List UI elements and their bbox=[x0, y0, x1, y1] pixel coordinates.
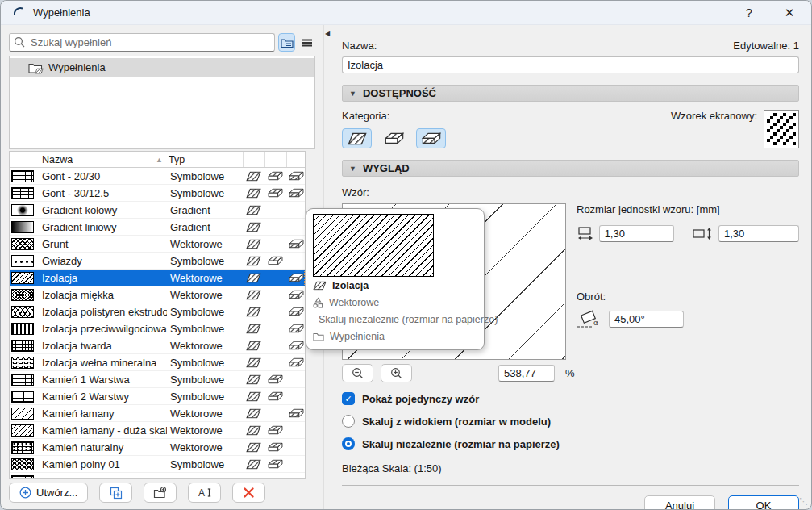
table-row[interactable]: Kamień 1 WarstwaSymbolowe bbox=[10, 371, 305, 388]
search-input[interactable] bbox=[9, 33, 275, 52]
table-row[interactable]: Izolacja twardaWektorowe bbox=[10, 337, 305, 354]
unit-width-input[interactable] bbox=[599, 225, 674, 242]
draft-availability-cell bbox=[243, 171, 264, 182]
category-draft-toggle[interactable] bbox=[342, 128, 372, 148]
cut-fill-icon bbox=[289, 273, 304, 283]
cut-fill-icon bbox=[422, 132, 441, 145]
table-row[interactable]: Izolacja miękkaWektorowe bbox=[10, 286, 305, 303]
col-cut-header[interactable] bbox=[286, 152, 306, 167]
table-row[interactable]: GwiazdySymbolowe bbox=[10, 253, 305, 270]
cover-fill-icon bbox=[268, 459, 283, 470]
collapse-panel-arrow-icon[interactable]: ◀ bbox=[325, 30, 330, 37]
tree-view-toggle[interactable] bbox=[278, 33, 295, 52]
create-button[interactable]: Utwórz... bbox=[9, 483, 88, 503]
draft-availability-cell bbox=[243, 391, 264, 402]
zoom-percent-input[interactable] bbox=[498, 365, 555, 382]
appearance-section-header[interactable]: ▼ WYGLĄD bbox=[342, 160, 799, 177]
close-button[interactable]: ✕ bbox=[779, 6, 800, 20]
fill-type-cell: Symbolowe bbox=[167, 255, 243, 267]
table-row[interactable]: Kamień łamany - duża skalaWektorowe bbox=[10, 422, 305, 439]
rotation-input[interactable] bbox=[609, 311, 684, 328]
table-row[interactable]: Gont - 30/12.5Symbolowe bbox=[10, 185, 305, 202]
zoom-out-button[interactable] bbox=[342, 364, 373, 382]
draft-fill-icon bbox=[246, 374, 261, 385]
fill-name-cell: Gradient kołowy bbox=[40, 204, 167, 216]
cover-availability-cell bbox=[264, 188, 286, 199]
fill-name-cell: Kamień polny 01 bbox=[40, 458, 167, 470]
table-row[interactable]: Kamień naturalnyWektorowe bbox=[10, 439, 305, 456]
col-cover-header[interactable] bbox=[264, 152, 286, 167]
table-row[interactable]: IzolacjaWektorowe bbox=[10, 270, 305, 286]
help-button[interactable]: ? bbox=[740, 6, 758, 19]
draft-fill-icon bbox=[246, 290, 261, 300]
col-draft-header[interactable] bbox=[243, 152, 264, 167]
scale-with-view-radio[interactable] bbox=[342, 415, 355, 428]
category-cut-toggle[interactable] bbox=[416, 128, 446, 148]
resize-grip[interactable]: ⋱ bbox=[799, 496, 808, 507]
draft-fill-icon bbox=[246, 442, 261, 453]
new-folder-button[interactable] bbox=[144, 483, 177, 503]
col-name-header[interactable]: Nazwa ▲ bbox=[40, 152, 167, 167]
fill-thumbnail bbox=[10, 204, 40, 216]
fill-thumbnail bbox=[10, 187, 40, 199]
ok-button[interactable]: OK bbox=[728, 495, 799, 510]
table-row[interactable]: Kamień 2 WarstwySymbolowe bbox=[10, 388, 305, 405]
fill-info-tooltip: Izolacja Wektorowe Skaluj niezależnie (r… bbox=[306, 208, 485, 350]
show-single-pattern-label: Pokaż pojedynczy wzór bbox=[362, 393, 479, 405]
fill-name-cell: Gradient liniowy bbox=[40, 221, 167, 233]
draft-fill-icon bbox=[246, 239, 261, 249]
list-view-toggle[interactable] bbox=[298, 33, 315, 52]
table-row[interactable] bbox=[10, 473, 305, 479]
folder-tree: Wypełnienia bbox=[9, 56, 315, 149]
fill-thumbnail bbox=[10, 441, 40, 454]
col-type-header[interactable]: Typ bbox=[167, 152, 243, 167]
table-row[interactable]: Gont - 20/30Symbolowe bbox=[10, 168, 305, 185]
availability-section-header[interactable]: ▼ DOSTĘPNOŚĆ bbox=[342, 85, 799, 102]
table-row[interactable]: Kamień łamanyWektorowe bbox=[10, 405, 305, 422]
cut-availability-cell bbox=[286, 273, 306, 283]
draft-availability-cell bbox=[243, 357, 264, 368]
table-row[interactable]: Izolacja polistyren ekstrudow...Symbolow… bbox=[10, 303, 305, 320]
scale-independent-radio[interactable] bbox=[342, 437, 355, 450]
table-row[interactable]: Izolacja wełna mineralnaSymbolowe bbox=[10, 354, 305, 371]
name-label: Nazwa: bbox=[342, 40, 377, 52]
fill-thumbnail bbox=[10, 289, 40, 301]
draft-fill-icon bbox=[313, 281, 327, 291]
title-bar: Wypełnienia ? ✕ bbox=[1, 1, 811, 25]
col-preview-header[interactable] bbox=[10, 152, 40, 167]
table-row[interactable]: Kamień polny 01Symbolowe bbox=[10, 456, 305, 473]
draft-fill-icon bbox=[246, 425, 261, 436]
fill-type-cell: Wektorowe bbox=[167, 441, 243, 454]
fill-name-cell: Gont - 20/30 bbox=[40, 170, 167, 182]
show-single-pattern-checkbox[interactable]: ✓ bbox=[342, 392, 355, 405]
fill-thumbnail bbox=[10, 408, 40, 420]
zoom-in-button[interactable] bbox=[381, 364, 412, 382]
draft-fill-icon bbox=[246, 357, 261, 368]
draft-fill-icon bbox=[246, 307, 261, 317]
fill-type-cell: Gradient bbox=[167, 221, 243, 233]
unit-height-input[interactable] bbox=[718, 225, 799, 242]
unit-size-label: Rozmiar jednostki wzoru: [mm] bbox=[577, 203, 799, 215]
cut-availability-cell bbox=[286, 324, 306, 334]
table-row[interactable]: GruntWektorowe bbox=[10, 236, 305, 253]
cover-availability-cell bbox=[264, 374, 286, 385]
pattern-label: Wzór: bbox=[342, 186, 799, 199]
category-cover-toggle[interactable] bbox=[379, 128, 409, 148]
table-row[interactable]: Izolacja przeciwwilgociowaSymbolowe bbox=[10, 320, 305, 337]
table-row[interactable]: Gradient kołowyGradient bbox=[10, 202, 305, 219]
fill-name-input[interactable] bbox=[342, 56, 799, 73]
fill-name-cell: Kamień 2 Warstwy bbox=[40, 391, 167, 403]
tree-item-fills[interactable]: Wypełnienia bbox=[10, 58, 314, 77]
draft-availability-cell bbox=[243, 222, 264, 232]
delete-button[interactable] bbox=[232, 483, 265, 503]
cancel-button[interactable]: Anuluj bbox=[644, 495, 715, 510]
fill-type-cell: Symbolowe bbox=[167, 458, 243, 470]
rename-button[interactable]: A bbox=[188, 483, 221, 503]
cut-availability-cell bbox=[286, 290, 306, 300]
fill-thumbnail bbox=[10, 272, 40, 284]
draft-availability-cell bbox=[243, 239, 264, 249]
screen-pattern-label: Wzorek ekranowy: bbox=[671, 110, 757, 122]
table-row[interactable]: Gradient liniowyGradient bbox=[10, 219, 305, 236]
duplicate-button[interactable] bbox=[99, 483, 132, 503]
fill-table-body: Gont - 20/30SymboloweGont - 30/12.5Symbo… bbox=[10, 168, 305, 479]
